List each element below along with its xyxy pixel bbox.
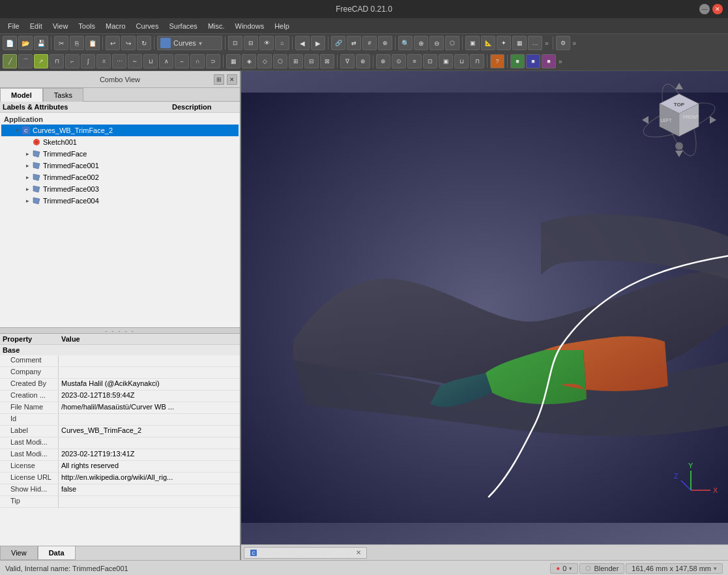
tree-row-sketch001[interactable]: ▸ Sketch001	[1, 136, 239, 148]
prop-row-license-url[interactable]: License URL http://en.wikipedia.org/wiki…	[0, 473, 240, 484]
purple-tool[interactable]: ■	[542, 54, 556, 68]
texture-button[interactable]: ▦	[512, 36, 527, 50]
menu-surfaces[interactable]: Surfaces	[164, 21, 202, 31]
panel-splitter[interactable]: - - - - -	[0, 327, 240, 334]
curve-tool-9[interactable]: ∼	[128, 54, 142, 68]
curve-tool-10[interactable]: ⊔	[143, 54, 158, 68]
tab-model[interactable]: Model	[0, 88, 43, 102]
curve-tool-8[interactable]: ⋯	[112, 54, 126, 68]
curve-tool-13[interactable]: ∩	[190, 54, 205, 68]
view-home-button[interactable]: ⌂	[275, 36, 289, 50]
surface-tool-4[interactable]: ⬡	[273, 54, 287, 68]
curve-tool-5[interactable]: ⌐	[65, 54, 80, 68]
undo-button[interactable]: ↩	[106, 36, 120, 50]
misc-tool-3[interactable]: ≡	[407, 54, 422, 68]
prop-row-creation[interactable]: Creation ... 2023-02-12T18:59:44Z	[0, 391, 240, 402]
surface-tool-3[interactable]: ◇	[257, 54, 272, 68]
menu-windows[interactable]: Windows	[230, 21, 270, 31]
tree-row-root[interactable]: ▾ C Curves_WB_TrimFace_2	[1, 125, 239, 136]
snap-button[interactable]: ⊕	[378, 36, 392, 50]
zoom-fit-button[interactable]: 🔍	[398, 36, 413, 50]
curve-tool-12[interactable]: ⌢	[175, 54, 189, 68]
new-file-button[interactable]: 📄	[3, 36, 17, 50]
combo-close-button[interactable]: ✕	[227, 74, 237, 85]
trimmedface-expander[interactable]: ▸	[23, 150, 31, 158]
surface-tool-2[interactable]: ◈	[242, 54, 256, 68]
menu-file[interactable]: File	[3, 21, 25, 31]
box-button[interactable]: ▣	[465, 36, 480, 50]
prop-row-label[interactable]: Label Curves_WB_TrimFace_2	[0, 426, 240, 437]
trimmedface003-expander[interactable]: ▸	[23, 185, 31, 193]
next-view-button[interactable]: ▶	[311, 36, 325, 50]
prop-row-created-by[interactable]: Created By Mustafa Halil (@AcikKaynakci)	[0, 379, 240, 391]
misc-tool-5[interactable]: ▣	[439, 54, 453, 68]
toolbar-overflow-3[interactable]: »	[557, 58, 564, 65]
toolbar-overflow-1[interactable]: »	[544, 40, 550, 47]
nav-cube[interactable]: TOP LEFT FRONT	[637, 78, 721, 162]
curve-tool-14[interactable]: ⊃	[206, 54, 220, 68]
copy-button[interactable]: ⎘	[70, 36, 84, 50]
misc-tool-6[interactable]: ⊔	[454, 54, 469, 68]
misc-tool-7[interactable]: ⊓	[470, 54, 484, 68]
surface-tool-1[interactable]: ▦	[226, 54, 240, 68]
analyze-tool-2[interactable]: ⊕	[356, 54, 370, 68]
more-view-button[interactable]: …	[528, 36, 542, 50]
prop-row-comment[interactable]: Comment	[0, 355, 240, 367]
tree-row-trimmedface002[interactable]: ▸ TrimmedFace002	[1, 171, 239, 183]
misc-tool-2[interactable]: ⊙	[392, 54, 406, 68]
trimmedface001-expander[interactable]: ▸	[23, 162, 31, 170]
curve-tool-3[interactable]: ↗	[34, 54, 48, 68]
close-button[interactable]: ✕	[712, 4, 723, 14]
tree-row-trimmedface001[interactable]: ▸ TrimmedFace001	[1, 160, 239, 171]
sync-button[interactable]: ⇄	[347, 36, 361, 50]
tree-row-trimmedface[interactable]: ▸ TrimmedFace	[1, 148, 239, 160]
menu-view[interactable]: View	[48, 21, 74, 31]
menu-misc[interactable]: Misc.	[203, 21, 230, 31]
menu-macro[interactable]: Macro	[100, 21, 131, 31]
green-tool[interactable]: ■	[510, 54, 525, 68]
surface-tool-5[interactable]: ⊞	[289, 54, 303, 68]
3d-viewport[interactable]: X Y Z	[241, 71, 728, 544]
view-menu-button[interactable]: 👁	[259, 36, 274, 50]
analyze-tool-1[interactable]: ∇	[340, 54, 355, 68]
save-file-button[interactable]: 💾	[34, 36, 48, 50]
tree-row-trimmedface003[interactable]: ▸ TrimmedFace003	[1, 183, 239, 195]
combo-expand-button[interactable]: ⊞	[214, 74, 224, 85]
surface-tool-6[interactable]: ⊟	[304, 54, 319, 68]
zoom-in-button[interactable]: ⊕	[414, 36, 428, 50]
cut-button[interactable]: ✂	[54, 36, 68, 50]
link-button[interactable]: 🔗	[331, 36, 345, 50]
help-icon-button[interactable]: ?	[490, 54, 504, 68]
redo-button[interactable]: ↪	[121, 36, 136, 50]
view3d-button[interactable]: ⬡	[445, 36, 459, 50]
menu-tools[interactable]: Tools	[73, 21, 100, 31]
prop-row-showhid[interactable]: Show Hid... false	[0, 484, 240, 496]
root-expander[interactable]: ▾	[13, 126, 21, 134]
macro-button[interactable]: ⚙	[556, 36, 570, 50]
menu-help[interactable]: Help	[269, 21, 295, 31]
section-button[interactable]: ✦	[497, 36, 511, 50]
fit-selection-button[interactable]: ⊟	[244, 36, 258, 50]
zoom-out-button[interactable]: ⊖	[430, 36, 444, 50]
workbench-dropdown[interactable]: Curves ▾	[157, 36, 222, 50]
prev-view-button[interactable]: ◀	[295, 36, 310, 50]
curve-tool-2[interactable]: ⌒	[18, 54, 33, 68]
misc-tool-4[interactable]: ⊡	[423, 54, 437, 68]
viewport-tab[interactable]: C Curves_WB_TrimFace_2 : 1* ✕	[244, 547, 367, 559]
prop-row-lastmod1[interactable]: Last Modi...	[0, 437, 240, 449]
curve-tool-7[interactable]: ⌗	[96, 54, 111, 68]
prop-row-lastmod2[interactable]: Last Modi... 2023-02-12T19:13:41Z	[0, 449, 240, 461]
blue-tool[interactable]: ■	[526, 54, 540, 68]
prop-row-license[interactable]: License All rights reserved	[0, 461, 240, 473]
bottom-tab-data[interactable]: Data	[38, 546, 76, 560]
prop-row-company[interactable]: Company	[0, 367, 240, 379]
toolbar-overflow-2[interactable]: »	[572, 40, 578, 47]
prop-row-tip[interactable]: Tip	[0, 496, 240, 508]
tab-tasks[interactable]: Tasks	[43, 88, 83, 102]
curve-tool-4[interactable]: ⊓	[50, 54, 64, 68]
menu-curves[interactable]: Curves	[131, 21, 164, 31]
open-file-button[interactable]: 📂	[18, 36, 33, 50]
bottom-tab-view[interactable]: View	[0, 546, 38, 560]
curve-tool-1[interactable]: ╱	[3, 54, 17, 68]
tree-row-trimmedface004[interactable]: ▸ TrimmedFace004	[1, 195, 239, 207]
